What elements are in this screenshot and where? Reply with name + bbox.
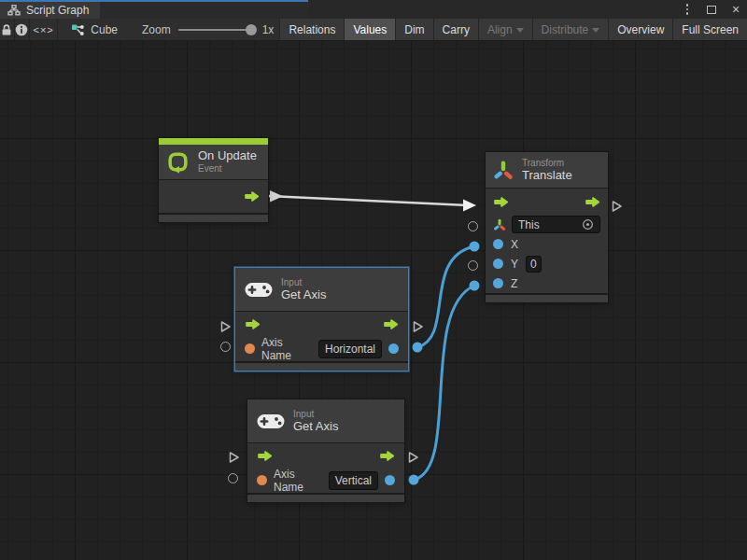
x-input-row: X [486,234,608,254]
y-value-port[interactable] [493,259,503,269]
y-port-label: Y [511,258,518,271]
window-controls: × [680,0,743,19]
toolbar-right-group: Relations Values Dim Carry Align Distrib… [279,19,747,40]
y-input-row: Y 0 [486,254,608,273]
translate-y-ext-port[interactable] [468,260,478,271]
target-label: Cube [91,23,118,36]
distribute-label: Distribute [542,23,589,36]
flow-input-port[interactable] [493,196,509,208]
graph-target-breadcrumb[interactable]: Cube [58,19,129,40]
lock-icon [1,23,12,36]
relations-button[interactable]: Relations [279,19,344,40]
flow-input-port[interactable] [245,318,261,330]
node-subtitle: Event [198,163,257,175]
node-on-update[interactable]: On Update Event [159,138,268,222]
carry-label: Carry [443,23,470,36]
translate-body: This X Y 0 [486,189,608,293]
control-flow-row [486,189,608,215]
zoom-label: Zoom [142,23,171,36]
flow-input-port[interactable] [257,450,273,462]
code-toggle-label: <×> [33,24,53,35]
window-close-button[interactable]: × [728,2,743,17]
zoom-value: 1x [262,23,275,36]
get-axis-h-flow-in-ext-port[interactable] [219,320,232,333]
values-label: Values [353,23,387,36]
get-axis-v-header: Input Get Axis [247,399,404,442]
on-update-body [159,180,268,213]
get-axis-h-flow-out-ext-port[interactable] [412,320,424,333]
node-get-axis-horizontal[interactable]: Input Get Axis Axis Name H [235,268,408,371]
get-axis-v-param-ext-port[interactable] [228,473,238,483]
node-get-axis-vertical[interactable]: Input Get Axis Axis Name V [247,399,404,502]
zoom-slider[interactable] [178,29,255,31]
code-preview-toggle[interactable]: <×> [30,19,58,40]
get-axis-v-body: Axis Name Vertical [247,443,404,493]
axis-name-row: Axis Name Vertical [247,468,404,493]
info-button[interactable] [15,19,30,40]
window-menu-button[interactable] [680,2,695,17]
get-axis-h-footer [235,363,408,371]
dim-label: Dim [404,23,424,36]
x-value-port[interactable] [493,239,503,249]
tab-script-graph[interactable]: Script Graph [0,2,100,19]
window-maximize-button[interactable] [704,2,719,17]
get-axis-v-flow-out-ext-port[interactable] [407,451,419,464]
node-subtitle: Input [293,409,338,420]
node-title: Get Axis [293,420,338,434]
axis-result-port[interactable] [388,343,399,354]
axis-name-value: Horizontal [325,343,375,356]
flow-output-port[interactable] [379,450,395,462]
graph-canvas[interactable]: On Update Event [0,41,747,560]
target-object-field[interactable]: This [512,216,600,233]
flow-output-port[interactable] [383,318,399,330]
close-icon: × [732,3,740,16]
distribute-dropdown[interactable]: Distribute [532,19,609,40]
tab-label: Script Graph [26,4,89,17]
node-subtitle: Transform [522,158,572,169]
axis-name-label: Axis Name [261,336,312,362]
z-port-label: Z [511,277,517,290]
axis-name-field[interactable]: Horizontal [318,340,382,358]
axis-result-port[interactable] [385,475,395,485]
align-dropdown[interactable]: Align [478,19,532,40]
get-axis-v-flow-in-ext-port[interactable] [228,451,240,464]
chevron-down-icon [516,28,524,33]
translate-target-ext-port[interactable] [468,221,478,231]
wire-onupdate-to-translate[interactable] [269,190,476,212]
get-axis-h-param-ext-port[interactable] [220,342,231,352]
carry-button[interactable]: Carry [433,19,478,40]
translate-footer [486,295,608,302]
overview-label: Overview [617,23,664,36]
values-button[interactable]: Values [344,19,395,40]
y-value-field[interactable]: 0 [526,256,542,273]
get-axis-h-titles: Input Get Axis [281,277,326,301]
lock-button[interactable] [0,19,15,40]
node-translate[interactable]: Transform Translate [486,152,608,302]
axis-name-row: Axis Name Horizontal [235,336,408,361]
full-screen-label: Full Screen [682,23,739,36]
zoom-control: Zoom 1x [129,19,279,40]
object-picker-icon[interactable] [582,218,594,231]
script-graph-window: Script Graph × [0,0,747,560]
flow-output-port[interactable] [244,190,260,203]
dim-button[interactable]: Dim [395,19,432,40]
translate-flow-out-ext-port[interactable] [611,200,623,213]
flow-output-port[interactable] [585,196,600,208]
z-value-port[interactable] [493,278,503,288]
axis-name-port[interactable] [257,475,267,485]
info-icon [15,23,28,36]
axis-name-field[interactable]: Vertical [329,471,378,490]
zoom-slider-handle[interactable] [246,24,257,35]
get-axis-v-titles: Input Get Axis [293,409,338,433]
gamepad-icon [257,413,285,429]
gamepad-icon [245,282,273,298]
target-input-row: This [486,215,608,234]
overview-button[interactable]: Overview [608,19,672,40]
z-input-row: Z [486,273,608,293]
get-axis-v-footer [247,495,404,502]
full-screen-button[interactable]: Full Screen [672,19,747,40]
axis-name-label: Axis Name [274,468,322,494]
translate-header: Transform Translate [486,152,608,188]
target-object-value: This [518,218,540,231]
axis-name-port[interactable] [245,343,255,354]
